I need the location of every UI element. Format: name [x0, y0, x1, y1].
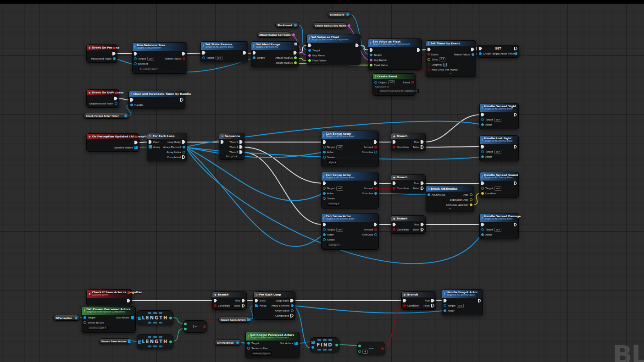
handle-lost-sight[interactable]: ƒHandle Lost SightTarget is AC Enemy Bas… — [479, 135, 519, 161]
exec-pin[interactable] — [393, 181, 396, 185]
exec-pin[interactable] — [323, 223, 326, 226]
on-perception-updated-header[interactable]: ◆On Perception Updated (AIPerception) — [87, 134, 139, 139]
exec-pin[interactable] — [374, 181, 377, 185]
return-value-pin[interactable] — [472, 53, 474, 56]
known-seen-actors-1-variable-pill[interactable]: Known Seen Actors — [99, 338, 131, 344]
exec-pin[interactable] — [149, 140, 152, 144]
check-if-seen-actor-is-forgotten[interactable]: ◆Check If Seen Actor Is ForgottenCustom … — [86, 289, 132, 305]
set-value-as-float-1-header[interactable]: ƒSet Value as FloatTarget is Blackboard … — [307, 34, 360, 43]
possessed-pawn-pin[interactable] — [113, 57, 116, 60]
target-pin[interactable] — [481, 150, 484, 153]
target-pin[interactable] — [134, 57, 137, 60]
can-sense-actor-1-header[interactable]: ƒCan Sense ActorTarget is AC Enemy Base — [322, 131, 378, 139]
exec-pin[interactable] — [370, 48, 373, 52]
check-forgot-actor-timer-pin[interactable] — [479, 52, 482, 55]
can-sense-actor-2-header[interactable]: ƒCan Sense ActorTarget is AC Enemy Base — [322, 172, 378, 181]
exec-pin[interactable] — [308, 44, 311, 47]
strafe-radius-pin[interactable] — [294, 61, 297, 64]
branch-4[interactable]: ◆BranchTrueConditionFalse — [212, 291, 247, 310]
clear-and-invalidate-timer-header[interactable]: ƒClear and Invalidate Timer by Handle — [129, 91, 185, 97]
set-timer-by-event[interactable]: ƒSet Timer by EventEventReturn ValueTime… — [426, 40, 476, 77]
branch-2[interactable]: ◆BranchTrueConditionFalse — [391, 174, 426, 192]
blackboard-out-pin[interactable] — [294, 24, 297, 27]
target-value[interactable]: self — [336, 145, 343, 149]
target-pin[interactable] — [323, 187, 326, 190]
c-pin[interactable] — [203, 325, 206, 328]
branch-2-header[interactable]: ◆Branch — [391, 175, 425, 180]
exec-pin[interactable] — [393, 140, 396, 144]
collapse-chevron-icon[interactable]: ▾ — [426, 207, 474, 210]
target-pin[interactable] — [370, 54, 372, 56]
on-perception-updated[interactable]: ◆On Perception Updated (AIPerception)Upd… — [86, 133, 139, 152]
true-pin[interactable] — [421, 140, 424, 144]
false-pin[interactable] — [421, 228, 424, 231]
branch-1-header[interactable]: ◆Branch — [391, 133, 425, 139]
exec-pin[interactable] — [393, 223, 396, 226]
exec-wire[interactable] — [424, 115, 481, 142]
false-pin[interactable] — [431, 304, 434, 307]
exec-pin[interactable] — [444, 299, 447, 302]
event-on-possess-header[interactable]: ◆Event On Possess — [87, 45, 117, 50]
target-value[interactable]: self — [336, 186, 343, 191]
unpossessed-pawn-pin[interactable] — [115, 102, 117, 105]
exec-pin[interactable] — [323, 181, 326, 185]
exec-pin[interactable] — [481, 181, 484, 185]
attack-radius-key-name-variable-pill[interactable]: Attack Radius Key Name — [257, 32, 291, 38]
equal-node[interactable]: ==-1 — [357, 342, 385, 355]
set-state-passive[interactable]: ƒSet State PassiveTarget is AC Enemy Bas… — [200, 41, 248, 62]
handle-forgot-actor[interactable]: ƒHandle Forgot ActorTarget is AC Enemy B… — [442, 289, 483, 315]
a-pin[interactable] — [138, 317, 141, 320]
exec-pin[interactable] — [243, 51, 246, 55]
target-value[interactable]: self — [147, 57, 154, 61]
target-value[interactable]: self — [494, 150, 501, 154]
exec-pin[interactable] — [514, 47, 517, 50]
sense-to-use-pin[interactable] — [247, 347, 250, 350]
known-seen-actors-out-pin[interactable] — [247, 318, 250, 321]
delegate-badge-icon[interactable] — [114, 91, 117, 94]
run-behavior-tree[interactable]: ƒRun Behavior TreeTarget is AIController… — [132, 42, 187, 74]
c-pin[interactable] — [169, 340, 172, 343]
condition-pin[interactable] — [214, 304, 217, 307]
check-forgot-actor-timer-var-variable-pill[interactable]: Check Forgot Actor Timer — [83, 113, 129, 119]
set-timer-by-event-header[interactable]: ƒSet Timer by Event — [426, 41, 476, 46]
exec-pin[interactable] — [182, 52, 185, 55]
default-value[interactable]: -1 — [362, 350, 368, 354]
add-pin-button[interactable]: Add pin ⊕ — [219, 154, 244, 158]
array-index-pin[interactable] — [291, 309, 294, 312]
target-value[interactable]: self — [457, 304, 464, 308]
exec-pin[interactable] — [323, 140, 326, 144]
get-known-perceived-actors-1[interactable]: ƒGet Known Perceived ActorsTarget is AIP… — [82, 306, 136, 333]
exec-pin[interactable] — [481, 145, 484, 148]
target-pin[interactable] — [308, 49, 311, 52]
handle-sensed-sound-header[interactable]: ƒHandle Sensed SoundTarget is AC Enemy B… — [480, 172, 518, 181]
sense-pin[interactable] — [323, 156, 326, 159]
branch-3-header[interactable]: ◆Branch — [391, 216, 425, 221]
data-wire[interactable] — [185, 147, 323, 247]
exec-pin[interactable] — [374, 223, 377, 226]
false-pin[interactable] — [421, 186, 424, 190]
aiperception-out-pin[interactable] — [236, 341, 239, 344]
dropdown-select[interactable]: Sight ▾ — [327, 160, 338, 165]
handle-sensed-sight[interactable]: ƒHandle Sensed SightTarget is AC Enemy B… — [479, 103, 519, 129]
known-seen-actors-out-pin[interactable] — [128, 340, 131, 343]
object-pin[interactable] — [374, 81, 377, 84]
can-sense-actor-3[interactable]: ƒCan Sense ActorTarget is AC Enemy BaseT… — [321, 213, 379, 250]
handle-lost-sight-header[interactable]: ƒHandle Lost SightTarget is AC Enemy Bas… — [480, 136, 518, 144]
set-state-passive-header[interactable]: ƒSet State PassiveTarget is AC Enemy Bas… — [201, 42, 248, 50]
location-pin[interactable] — [481, 192, 484, 195]
c-pin[interactable] — [169, 317, 172, 319]
attack-radius-key-name-out-pin[interactable] — [292, 33, 295, 36]
target-pin[interactable] — [481, 187, 484, 190]
branch-1[interactable]: ◆BranchTrueConditionFalse — [391, 133, 426, 151]
sequence-header[interactable]: ⇉Sequence — [219, 133, 244, 139]
exec-pin[interactable] — [471, 48, 474, 51]
stimulus-pin[interactable] — [374, 192, 377, 195]
exec-wire[interactable] — [424, 147, 481, 147]
aiperception-2-variable-pill[interactable]: AIPerception — [215, 340, 241, 346]
array-element-pin[interactable] — [183, 146, 185, 148]
exec-pin[interactable] — [134, 141, 138, 144]
attack-radius-pin[interactable] — [294, 56, 297, 59]
c-pin[interactable] — [358, 350, 361, 353]
length-1-node[interactable]: LENGTH — [137, 310, 173, 325]
sensed-pin[interactable] — [374, 146, 377, 148]
